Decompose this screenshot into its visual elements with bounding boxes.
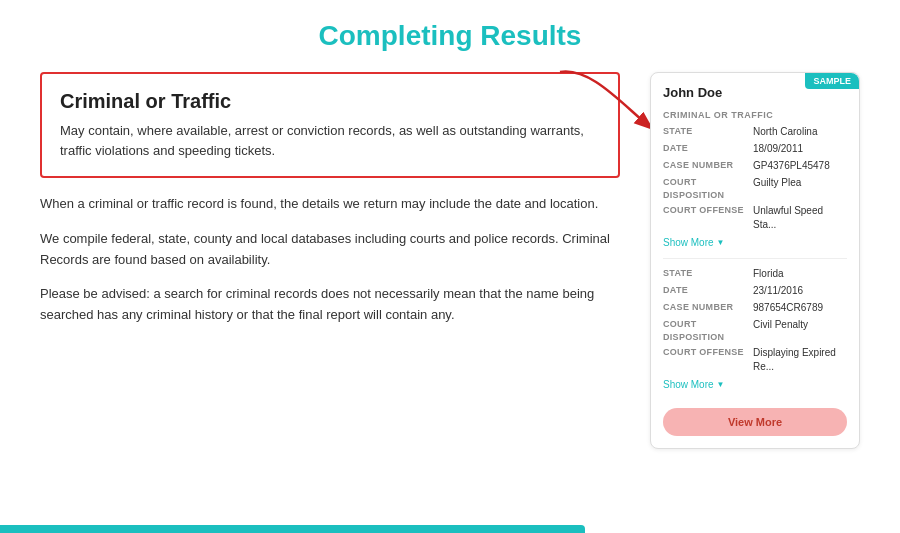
info-para-1: When a criminal or traffic record is fou…: [40, 194, 620, 215]
show-more-2-label: Show More: [663, 379, 714, 390]
record1-state-row: STATE North Carolina: [663, 125, 847, 139]
record2-disposition-row: COURT DISPOSITION Civil Penalty: [663, 318, 847, 343]
record1-case-val: GP4376PL45478: [753, 159, 830, 173]
record2-offense-val: Displaying Expired Re...: [753, 346, 847, 374]
record1-offense-key: COURT OFFENSE: [663, 204, 753, 232]
page-title: Completing Results: [40, 20, 860, 52]
record1-disposition-val: Guilty Plea: [753, 176, 801, 201]
record2-state-row: STATE Florida: [663, 267, 847, 281]
right-panel: SAMPLE John Doe CRIMINAL OR TRAFFIC STAT…: [650, 72, 860, 449]
record2-case-key: CASE NUMBER: [663, 301, 753, 315]
record1-case-key: CASE NUMBER: [663, 159, 753, 173]
record2-show-more[interactable]: Show More ▼: [663, 379, 847, 390]
section-label: CRIMINAL OR TRAFFIC: [663, 110, 847, 120]
info-para-2: We compile federal, state, county and lo…: [40, 229, 620, 271]
left-panel: Criminal or Traffic May contain, where a…: [40, 72, 620, 340]
bottom-progress-bar: [0, 525, 585, 533]
info-para-3: Please be advised: a search for criminal…: [40, 284, 620, 326]
record1-offense-row: COURT OFFENSE Unlawful Speed Sta...: [663, 204, 847, 232]
record2-offense-row: COURT OFFENSE Displaying Expired Re...: [663, 346, 847, 374]
show-more-1-label: Show More: [663, 237, 714, 248]
record1-disposition-key: COURT DISPOSITION: [663, 176, 753, 201]
record2-date-row: DATE 23/11/2016: [663, 284, 847, 298]
record2-state-key: STATE: [663, 267, 753, 281]
record1-date-val: 18/09/2011: [753, 142, 803, 156]
record2-state-val: Florida: [753, 267, 784, 281]
record2-case-row: CASE NUMBER 987654CR6789: [663, 301, 847, 315]
record1-disposition-row: COURT DISPOSITION Guilty Plea: [663, 176, 847, 201]
record1-date-key: DATE: [663, 142, 753, 156]
record2-date-key: DATE: [663, 284, 753, 298]
record1-show-more[interactable]: Show More ▼: [663, 237, 847, 248]
record1-state-val: North Carolina: [753, 125, 817, 139]
chevron-down-icon-2: ▼: [717, 380, 725, 389]
record2-disposition-val: Civil Penalty: [753, 318, 808, 343]
record1-case-row: CASE NUMBER GP4376PL45478: [663, 159, 847, 173]
record1-offense-val: Unlawful Speed Sta...: [753, 204, 847, 232]
record2-date-val: 23/11/2016: [753, 284, 803, 298]
sample-card: SAMPLE John Doe CRIMINAL OR TRAFFIC STAT…: [650, 72, 860, 449]
criminal-box-title: Criminal or Traffic: [60, 90, 600, 113]
content-area: Criminal or Traffic May contain, where a…: [40, 72, 860, 449]
divider: [663, 258, 847, 259]
record2-disposition-key: COURT DISPOSITION: [663, 318, 753, 343]
sample-badge: SAMPLE: [805, 73, 859, 89]
record1-state-key: STATE: [663, 125, 753, 139]
criminal-box-desc: May contain, where available, arrest or …: [60, 121, 600, 160]
page-container: Completing Results Criminal or Traffic M…: [0, 0, 900, 533]
criminal-traffic-box: Criminal or Traffic May contain, where a…: [40, 72, 620, 178]
record2-case-val: 987654CR6789: [753, 301, 823, 315]
chevron-down-icon-1: ▼: [717, 238, 725, 247]
record2-offense-key: COURT OFFENSE: [663, 346, 753, 374]
record1-date-row: DATE 18/09/2011: [663, 142, 847, 156]
view-more-button[interactable]: View More: [663, 408, 847, 436]
